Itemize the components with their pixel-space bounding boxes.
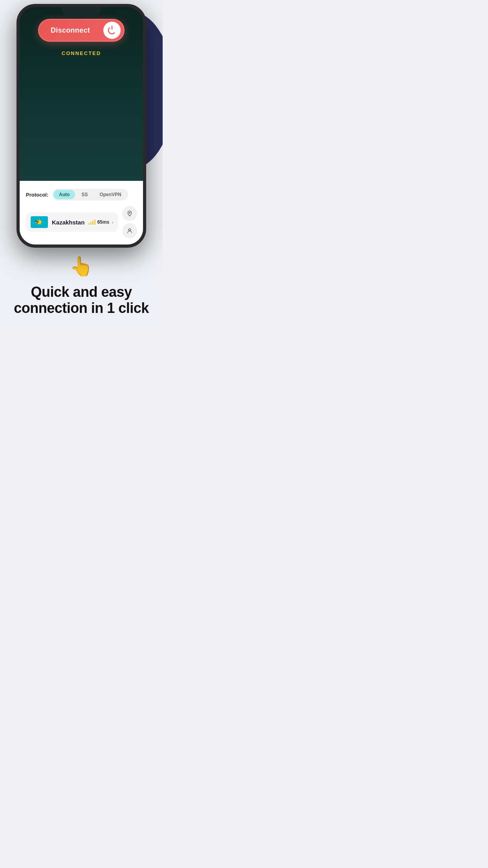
power-icon [107,26,117,35]
server-actions [122,206,137,238]
svg-rect-3 [39,224,40,226]
svg-rect-4 [41,222,42,223]
connected-status: CONNECTED [62,50,101,56]
speed-text: 65ms [97,219,109,225]
phone-screen: Disconnect CONNECTED [20,7,143,245]
disconnect-button[interactable]: Disconnect [38,19,125,42]
pointing-hand-emoji: 👆 [70,256,93,278]
page-wrapper: Disconnect CONNECTED [0,0,163,328]
server-info[interactable]: 🦅 Kazakhstan [26,212,118,232]
kazakhstan-flag: 🦅 [31,216,48,228]
speed-bars [88,219,95,225]
speed-bar-2 [90,222,92,225]
home-indicator [66,240,97,241]
speed-bar-4 [94,219,95,225]
user-icon [127,228,133,234]
phone-container: Disconnect CONNECTED [0,0,163,248]
protocol-selector: Auto SS OpenVPN [52,189,128,200]
speed-bar-3 [92,221,94,225]
svg-text:🦅: 🦅 [35,220,40,225]
chevron-icon: › [112,219,114,225]
protocol-row: Protocol: Auto SS OpenVPN [26,189,137,200]
user-button[interactable] [122,223,137,238]
server-row: 🦅 Kazakhstan [26,206,137,238]
protocol-label: Protocol: [26,192,48,198]
protocol-ss[interactable]: SS [76,190,93,199]
svg-rect-2 [39,219,40,220]
svg-point-11 [129,212,130,213]
phone-frame: Disconnect CONNECTED [17,4,146,248]
bottom-section: 👆 Quick and easy connection in 1 click [0,248,163,328]
server-speed: 65ms › [88,219,113,225]
protocol-auto[interactable]: Auto [53,190,75,199]
location-icon [127,210,133,217]
speed-bar-1 [88,223,90,225]
screen-bottom-panel: Protocol: Auto SS OpenVPN [20,181,143,245]
phone-notch [62,7,101,16]
power-icon-circle [103,22,121,39]
server-name: Kazakhstan [52,219,84,226]
location-button[interactable] [122,206,137,221]
screen-top: Disconnect CONNECTED [20,7,143,181]
tagline-text: Quick and easy connection in 1 click [9,284,153,316]
disconnect-label: Disconnect [51,26,90,35]
svg-point-12 [128,229,130,231]
protocol-openvpn[interactable]: OpenVPN [94,190,127,199]
